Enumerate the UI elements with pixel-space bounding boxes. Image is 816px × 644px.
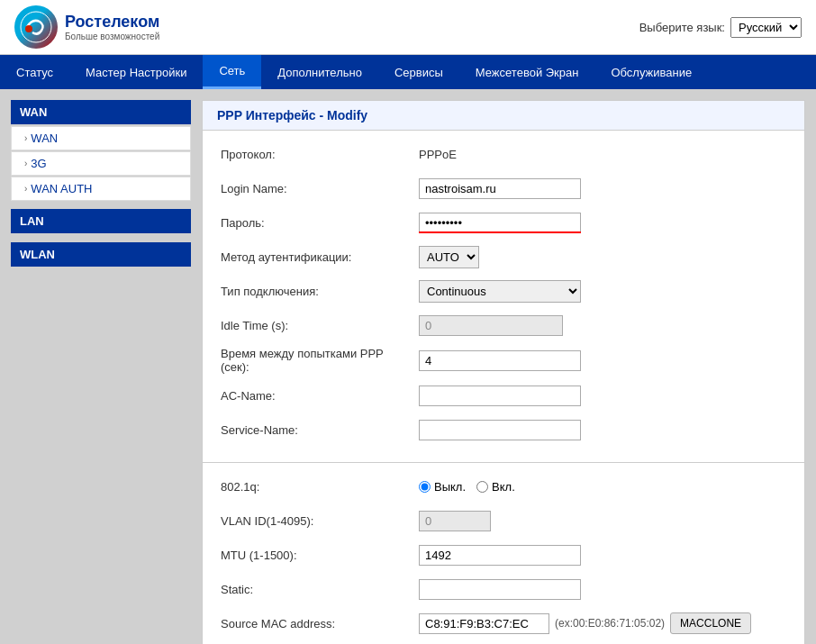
ppp-retry-row: Время между попытками PPP (сек): bbox=[221, 347, 786, 374]
lang-selector: Выберите язык: Русский bbox=[639, 17, 802, 38]
idle-time-label: Idle Time (s): bbox=[221, 319, 419, 332]
vlan-off-label[interactable]: Выкл. bbox=[419, 480, 466, 494]
content-area: PPP Интерфейс - Modify Протокол: PPPoE L… bbox=[202, 100, 805, 644]
password-label: Пароль: bbox=[221, 216, 419, 230]
auth-method-row: Метод аутентификации: AUTO PAP CHAP bbox=[221, 244, 786, 269]
vlan-off-text: Выкл. bbox=[434, 480, 466, 494]
nav-item-maintenance[interactable]: Обслуживание bbox=[594, 55, 708, 89]
mac-hint: (ex:00:E0:86:71:05:02) bbox=[555, 617, 665, 630]
vlan-id-row: VLAN ID(1-4095): bbox=[221, 508, 786, 533]
protocol-value: PPPoE bbox=[419, 148, 457, 161]
vlan-radio-group: Выкл. Вкл. bbox=[419, 480, 515, 494]
mtu-input[interactable] bbox=[419, 545, 581, 566]
service-name-row: Service-Name: bbox=[221, 417, 786, 442]
vlan-on-radio[interactable] bbox=[476, 481, 488, 493]
form-section-vlan: 802.1q: Выкл. Вкл. VLAN ID(1-4095): bbox=[203, 463, 804, 644]
vlan-id-label: VLAN ID(1-4095): bbox=[221, 514, 419, 528]
auth-method-select[interactable]: AUTO PAP CHAP bbox=[419, 246, 479, 268]
mac-row: Source MAC address: (ex:00:E0:86:71:05:0… bbox=[221, 611, 786, 636]
logo-area: Ростелеком Больше возможностей bbox=[14, 5, 159, 49]
mtu-row: MTU (1-1500): bbox=[221, 542, 786, 567]
ppp-retry-input[interactable] bbox=[419, 350, 581, 371]
protocol-label: Протокол: bbox=[221, 148, 419, 161]
service-name-label: Service-Name: bbox=[221, 423, 419, 437]
lang-select[interactable]: Русский bbox=[730, 17, 802, 38]
sidebar-item-3g[interactable]: › 3G bbox=[11, 151, 191, 176]
mac-input[interactable] bbox=[419, 613, 549, 634]
nav-item-status[interactable]: Статус bbox=[0, 55, 69, 89]
vlan-id-input[interactable] bbox=[419, 511, 491, 531]
form-section-ppp: Протокол: PPPoE Login Name: Пароль: Мето… bbox=[203, 131, 804, 463]
login-name-input[interactable] bbox=[419, 178, 581, 199]
logo-slogan: Больше возможностей bbox=[65, 32, 159, 41]
logo-text: Ростелеком Больше возможностей bbox=[65, 13, 159, 41]
connection-type-label: Тип подключения: bbox=[221, 285, 419, 298]
sidebar-item-wan-auth-label: WAN AUTH bbox=[31, 182, 92, 195]
sidebar-item-wan[interactable]: › WAN bbox=[11, 126, 191, 150]
nav-item-advanced[interactable]: Дополнительно bbox=[261, 55, 378, 89]
password-row: Пароль: bbox=[221, 210, 786, 235]
arrow-icon: › bbox=[24, 133, 27, 143]
ac-name-input[interactable] bbox=[419, 385, 581, 406]
main-layout: WAN › WAN › 3G › WAN AUTH LAN WLAN PPP И… bbox=[0, 89, 816, 644]
ppp-retry-label: Время между попытками PPP (сек): bbox=[221, 347, 419, 374]
svg-point-1 bbox=[25, 25, 32, 32]
idle-time-row: Idle Time (s): bbox=[221, 313, 786, 338]
ac-name-row: AC-Name: bbox=[221, 383, 786, 408]
logo-name: Ростелеком bbox=[65, 13, 159, 32]
logo-icon bbox=[14, 5, 58, 49]
nav-bar: Статус Мастер Настройки Сеть Дополнитель… bbox=[0, 55, 816, 89]
macclone-button[interactable]: MACCLONE bbox=[670, 612, 751, 634]
page-title: PPP Интерфейс - Modify bbox=[203, 101, 804, 131]
vlan-row: 802.1q: Выкл. Вкл. bbox=[221, 474, 786, 499]
static-label: Static: bbox=[221, 583, 419, 596]
arrow-icon: › bbox=[24, 159, 27, 168]
nav-item-wizard[interactable]: Мастер Настройки bbox=[69, 55, 203, 89]
vlan-label: 802.1q: bbox=[221, 480, 419, 494]
static-row: Static: bbox=[221, 576, 786, 602]
sidebar-wan-header: WAN bbox=[11, 100, 191, 124]
idle-time-input[interactable] bbox=[419, 315, 563, 336]
ac-name-label: AC-Name: bbox=[221, 389, 419, 403]
auth-method-label: Метод аутентификации: bbox=[221, 250, 419, 264]
login-row: Login Name: bbox=[221, 176, 786, 201]
password-error-underline bbox=[419, 231, 581, 233]
top-bar: Ростелеком Больше возможностей Выберите … bbox=[0, 0, 816, 55]
sidebar-lan-header: LAN bbox=[11, 209, 191, 233]
lang-label: Выберите язык: bbox=[639, 21, 725, 34]
mac-label: Source MAC address: bbox=[221, 617, 419, 630]
vlan-off-radio[interactable] bbox=[419, 481, 431, 493]
nav-item-firewall[interactable]: Межсетевой Экран bbox=[459, 55, 595, 89]
service-name-input[interactable] bbox=[419, 420, 581, 440]
nav-item-network[interactable]: Сеть bbox=[203, 55, 261, 89]
svg-point-0 bbox=[21, 12, 51, 42]
mac-group: (ex:00:E0:86:71:05:02) MACCLONE bbox=[419, 612, 751, 634]
sidebar: WAN › WAN › 3G › WAN AUTH LAN WLAN bbox=[11, 100, 191, 644]
protocol-row: Протокол: PPPoE bbox=[221, 141, 786, 167]
password-input[interactable] bbox=[419, 213, 581, 233]
sidebar-item-wan-label: WAN bbox=[31, 132, 58, 145]
connection-type-select[interactable]: Continuous Connect on Demand Manual bbox=[419, 280, 581, 303]
sidebar-item-wan-auth[interactable]: › WAN AUTH bbox=[11, 177, 191, 201]
vlan-on-text: Вкл. bbox=[492, 480, 515, 494]
arrow-icon: › bbox=[24, 184, 27, 194]
password-wrapper bbox=[419, 213, 581, 233]
login-label: Login Name: bbox=[221, 182, 419, 195]
static-input[interactable] bbox=[419, 579, 581, 600]
nav-item-services[interactable]: Сервисы bbox=[378, 55, 459, 89]
sidebar-wlan-header: WLAN bbox=[11, 242, 191, 267]
sidebar-item-3g-label: 3G bbox=[31, 157, 46, 170]
vlan-on-label[interactable]: Вкл. bbox=[476, 480, 515, 494]
mtu-label: MTU (1-1500): bbox=[221, 549, 419, 562]
connection-type-row: Тип подключения: Continuous Connect on D… bbox=[221, 278, 786, 304]
